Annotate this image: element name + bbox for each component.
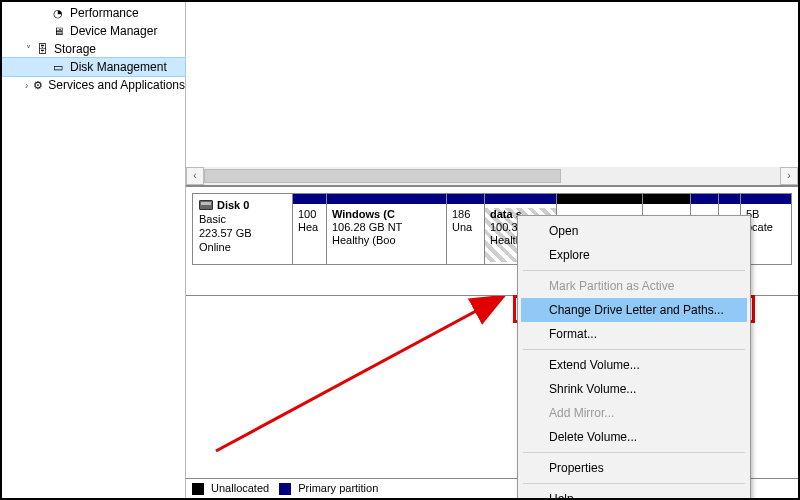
- storage-icon: 🗄: [34, 41, 50, 57]
- legend-primary: Primary partition: [279, 482, 378, 495]
- partition-color-bar: [691, 194, 718, 204]
- partition-size: 106.28 GB NT: [332, 221, 441, 234]
- partition-color-bar: [643, 194, 690, 204]
- partition-color-bar: [293, 194, 326, 204]
- context-menu-item-format[interactable]: Format...: [521, 322, 747, 346]
- partition-status: Una: [452, 221, 479, 234]
- nav-tree: ◔Performance🖥Device Manager˅🗄Storage▭Dis…: [2, 2, 186, 498]
- tree-item-label: Services and Applications: [48, 78, 185, 92]
- context-menu-item-change-drive-letter-and-paths[interactable]: Change Drive Letter and Paths...: [521, 298, 747, 322]
- tree-item-services-and-applications[interactable]: ›⚙Services and Applications: [2, 76, 185, 94]
- partition-block[interactable]: Windows (C106.28 GB NTHealthy (Boo: [327, 194, 447, 264]
- context-menu-item-shrink-volume[interactable]: Shrink Volume...: [521, 377, 747, 401]
- tree-item-label: Performance: [70, 6, 139, 20]
- scroll-track[interactable]: [204, 167, 780, 185]
- tree-item-device-manager[interactable]: 🖥Device Manager: [2, 22, 185, 40]
- disk-header[interactable]: Disk 0 Basic 223.57 GB Online: [193, 194, 293, 264]
- tree-item-label: Device Manager: [70, 24, 157, 38]
- disk-title-text: Disk 0: [217, 198, 249, 212]
- partition-color-bar: [485, 194, 556, 204]
- partition-color-bar: [557, 194, 642, 204]
- svg-line-1: [216, 296, 504, 451]
- context-menu-item-add-mirror: Add Mirror...: [521, 401, 747, 425]
- context-menu-item-properties[interactable]: Properties: [521, 456, 747, 480]
- partition-name: Windows (C: [332, 208, 441, 221]
- partition-block[interactable]: 186Una: [447, 194, 485, 264]
- partition-color-bar: [719, 194, 740, 204]
- partition-text: Windows (C106.28 GB NTHealthy (Boo: [332, 208, 441, 247]
- device-icon: 🖥: [50, 23, 66, 39]
- context-menu-item-delete-volume[interactable]: Delete Volume...: [521, 425, 747, 449]
- partition-size: 100: [298, 208, 321, 221]
- app-frame: ◔Performance🖥Device Manager˅🗄Storage▭Dis…: [0, 0, 800, 500]
- partition-size: 5B: [746, 208, 786, 221]
- legend-unallocated-label: Unallocated: [211, 482, 269, 494]
- scroll-thumb[interactable]: [204, 169, 561, 183]
- partition-color-bar: [741, 194, 791, 204]
- partition-text: 186Una: [452, 208, 479, 234]
- tree-caret-icon[interactable]: ˅: [22, 44, 34, 55]
- disk-title: Disk 0: [199, 198, 286, 212]
- disk-icon: ▭: [50, 59, 66, 75]
- partition-text: 100Hea: [298, 208, 321, 234]
- scroll-left-button[interactable]: ‹: [186, 167, 204, 185]
- volume-list-hscrollbar[interactable]: ‹ ›: [186, 167, 798, 185]
- services-icon: ⚙: [32, 77, 45, 93]
- partition-text: 5Bocate: [746, 208, 786, 234]
- scroll-right-button[interactable]: ›: [780, 167, 798, 185]
- context-menu-item-open[interactable]: Open: [521, 219, 747, 243]
- partition-color-bar: [327, 194, 446, 204]
- disk-status: Online: [199, 240, 286, 254]
- partition-status: Healthy (Boo: [332, 234, 441, 247]
- context-menu-item-explore[interactable]: Explore: [521, 243, 747, 267]
- context-menu-item-extend-volume[interactable]: Extend Volume...: [521, 353, 747, 377]
- disk-type: Basic: [199, 212, 286, 226]
- context-menu-separator: [523, 483, 745, 484]
- volume-list-area: ‹ ›: [186, 2, 798, 186]
- partition-size: 186: [452, 208, 479, 221]
- tree-item-disk-management[interactable]: ▭Disk Management: [2, 58, 185, 76]
- context-menu-separator: [523, 270, 745, 271]
- tree-item-label: Disk Management: [70, 60, 167, 74]
- legend-unallocated: Unallocated: [192, 482, 269, 495]
- gauge-icon: ◔: [50, 5, 66, 21]
- tree-item-label: Storage: [54, 42, 96, 56]
- partition-block[interactable]: 100Hea: [293, 194, 327, 264]
- partition-status: Hea: [298, 221, 321, 234]
- legend-primary-label: Primary partition: [298, 482, 378, 494]
- disk-size: 223.57 GB: [199, 226, 286, 240]
- partition-context-menu[interactable]: OpenExploreMark Partition as ActiveChang…: [517, 215, 751, 500]
- tree-caret-icon[interactable]: ›: [22, 80, 32, 91]
- partition-status: ocate: [746, 221, 786, 234]
- swatch-black-icon: [192, 483, 204, 495]
- disk-icon: [199, 200, 213, 210]
- context-menu-item-help[interactable]: Help: [521, 487, 747, 500]
- swatch-navy-icon: [279, 483, 291, 495]
- context-menu-separator: [523, 349, 745, 350]
- tree-item-performance[interactable]: ◔Performance: [2, 4, 185, 22]
- context-menu-separator: [523, 452, 745, 453]
- tree-item-storage[interactable]: ˅🗄Storage: [2, 40, 185, 58]
- partition-color-bar: [447, 194, 484, 204]
- context-menu-item-mark-partition-as-active: Mark Partition as Active: [521, 274, 747, 298]
